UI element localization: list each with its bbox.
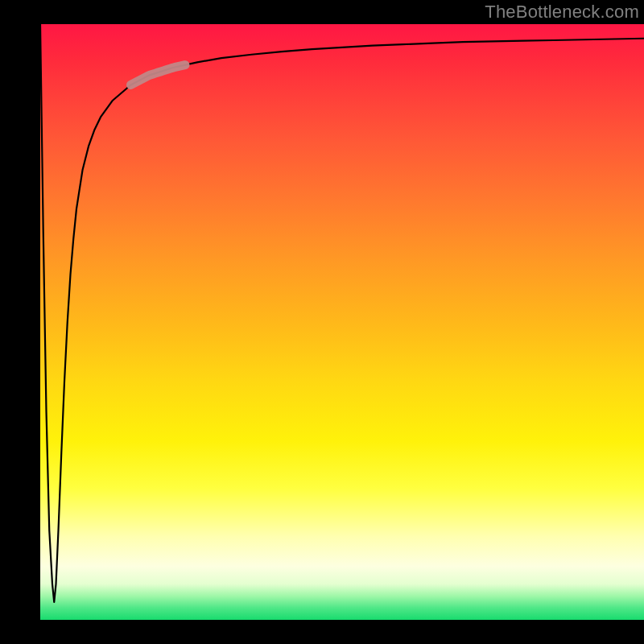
highlight-segment [131, 65, 186, 85]
chart-frame: TheBottleneck.com [0, 0, 644, 644]
bottleneck-curve [40, 24, 644, 620]
watermark-text: TheBottleneck.com [485, 2, 639, 23]
plot-area [40, 24, 644, 620]
curve-path [40, 24, 644, 602]
